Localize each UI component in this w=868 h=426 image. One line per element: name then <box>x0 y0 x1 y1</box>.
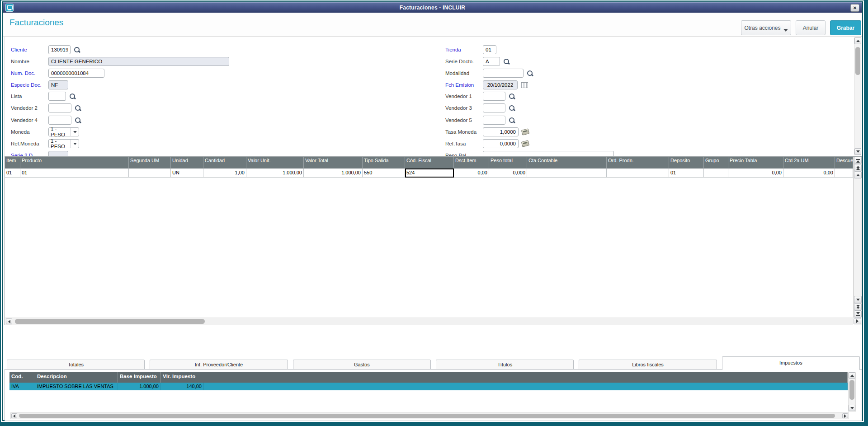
ref-moneda-select[interactable]: 1 - PESO <box>48 139 79 148</box>
search-icon[interactable] <box>509 117 515 124</box>
close-button[interactable]: ✕ <box>850 4 859 12</box>
scroll-top-button[interactable] <box>854 157 862 164</box>
tab-totales[interactable]: Totales <box>7 360 145 370</box>
scroll-left-button[interactable] <box>11 413 17 418</box>
scroll-down-button[interactable] <box>849 405 855 411</box>
otras-acciones-label: Otras acciones <box>744 25 780 31</box>
search-icon[interactable] <box>509 93 515 100</box>
items-grid-horizontal-scrollbar[interactable] <box>5 318 853 325</box>
cell-cantidad[interactable]: 1,00 <box>203 169 246 178</box>
vendedor-2-input[interactable] <box>48 103 71 112</box>
tab-gastos[interactable]: Gastos <box>293 360 431 370</box>
cell-descuento[interactable] <box>835 169 853 178</box>
cell-descripcion[interactable]: IMPUESTO SOBRE LAS VENTAS <box>35 383 118 390</box>
cell-ctd-2a-um[interactable]: 0,00 <box>783 169 835 178</box>
modalidad-input[interactable] <box>483 69 524 78</box>
calendar-icon[interactable] <box>521 82 528 88</box>
field-clipped-left: Serie 2 D <box>11 151 68 156</box>
tax-grid-row-selected[interactable]: IVA IMPUESTO SOBRE LAS VENTAS 1.000,00 1… <box>9 383 848 390</box>
scroll-thumb[interactable] <box>15 319 205 324</box>
cell-dsct-item[interactable]: 0,00 <box>454 169 489 178</box>
tab-titulos[interactable]: Títulos <box>436 360 574 370</box>
nombre-input[interactable] <box>48 57 229 66</box>
vendedor-1-input[interactable] <box>483 92 505 101</box>
especie-doc-input[interactable] <box>48 80 68 89</box>
scroll-up-button[interactable] <box>854 171 862 178</box>
vendedor-4-input[interactable] <box>48 116 71 125</box>
triangle-left-icon <box>8 320 10 323</box>
cell-valor-total[interactable]: 1.000,00 <box>304 169 363 178</box>
tienda-input[interactable] <box>483 45 496 54</box>
tax-horizontal-scrollbar[interactable] <box>10 412 849 419</box>
cell-grupo[interactable] <box>704 169 728 178</box>
ref-tasa-input[interactable] <box>483 139 519 148</box>
tab-impuestos[interactable]: Impuestos <box>722 356 860 370</box>
search-icon[interactable] <box>503 58 510 65</box>
search-icon[interactable] <box>509 105 515 112</box>
scroll-up-button[interactable] <box>854 37 861 44</box>
scroll-down-button[interactable] <box>854 296 862 303</box>
moneda-select[interactable]: 1 - PESO <box>48 127 79 136</box>
anular-label: Anular <box>803 25 819 31</box>
calculator-icon[interactable] <box>521 128 529 136</box>
tax-vertical-scrollbar[interactable] <box>848 372 856 412</box>
search-icon[interactable] <box>527 70 533 77</box>
search-icon[interactable] <box>75 117 81 124</box>
col-base-impuesto: Base Impuesto <box>118 372 161 383</box>
tienda-label: Tienda <box>445 47 480 52</box>
scroll-page-down-button[interactable] <box>854 303 862 310</box>
cell-deposito[interactable]: 01 <box>669 169 704 178</box>
cell-ord-prodn[interactable] <box>607 169 669 178</box>
items-grid-vertical-scrollbar[interactable] <box>853 157 862 318</box>
cell-peso-total[interactable]: 0,000 <box>489 169 527 178</box>
clipped-left-input[interactable] <box>48 151 68 156</box>
cell-cod[interactable]: IVA <box>9 383 35 390</box>
vendedor-3-input[interactable] <box>483 103 505 112</box>
cell-precio-tabla[interactable]: 0,00 <box>728 169 783 178</box>
cell-valor-unit[interactable]: 1.000,00 <box>246 169 304 178</box>
scroll-thumb[interactable] <box>849 380 854 400</box>
serie-docto-input[interactable] <box>483 57 500 66</box>
calculator-icon[interactable] <box>521 140 529 147</box>
search-icon[interactable] <box>75 105 81 112</box>
search-icon[interactable] <box>74 47 80 53</box>
cliente-input[interactable] <box>48 45 71 54</box>
lista-input[interactable] <box>48 92 66 101</box>
vendedor-5-input[interactable] <box>483 116 505 125</box>
col-valor-unit: Valor Unit. <box>246 157 304 169</box>
scroll-thumb[interactable] <box>855 47 860 75</box>
cell-tipo-salida[interactable]: 550 <box>363 169 405 178</box>
cell-vlr-impuesto[interactable]: 140,00 <box>161 383 204 390</box>
cell-segunda-um[interactable] <box>129 169 171 178</box>
cell-cod-fiscal-focused[interactable]: 524 <box>405 169 454 178</box>
search-icon[interactable] <box>69 93 76 100</box>
clipped-right-input[interactable] <box>483 151 614 156</box>
scroll-down-button[interactable] <box>854 148 861 155</box>
scroll-track[interactable] <box>854 178 862 296</box>
triangle-up-icon <box>856 168 860 170</box>
scroll-right-button[interactable] <box>854 318 861 324</box>
scroll-left-button[interactable] <box>6 318 12 324</box>
tab-inf-proveedor-cliente[interactable]: Inf. Proveedor/Cliente <box>150 360 288 370</box>
tasa-moneda-input[interactable] <box>483 127 519 136</box>
scroll-bottom-button[interactable] <box>854 310 862 318</box>
scroll-page-up-button[interactable] <box>854 164 862 171</box>
cell-base-impuesto[interactable]: 1.000,00 <box>118 383 161 390</box>
cell-producto[interactable]: 01 <box>20 169 129 178</box>
grabar-button[interactable]: Grabar <box>830 20 861 35</box>
tab-libros-fiscales[interactable]: Libros fiscales <box>579 360 717 370</box>
cell-item[interactable]: 01 <box>5 169 20 178</box>
cell-unidad[interactable]: UN <box>171 169 203 178</box>
scroll-right-button[interactable] <box>842 413 848 418</box>
scroll-up-button[interactable] <box>849 372 855 379</box>
fch-emision-input[interactable] <box>483 80 518 89</box>
header-form-panel: Cliente Nombre Num. Doc. Especie Doc. Li… <box>5 36 862 156</box>
scroll-thumb[interactable] <box>19 414 835 418</box>
col-precio-tabla: Precio Tabla <box>728 157 783 169</box>
anular-button[interactable]: Anular <box>796 20 826 35</box>
items-grid-header: Item Producto Segunda UM Unidad Cantidad… <box>5 157 853 169</box>
form-vertical-scrollbar[interactable] <box>854 37 861 155</box>
num-doc-input[interactable] <box>48 69 104 78</box>
otras-acciones-button[interactable]: Otras acciones <box>741 20 791 35</box>
cell-cta-contable[interactable] <box>527 169 607 178</box>
